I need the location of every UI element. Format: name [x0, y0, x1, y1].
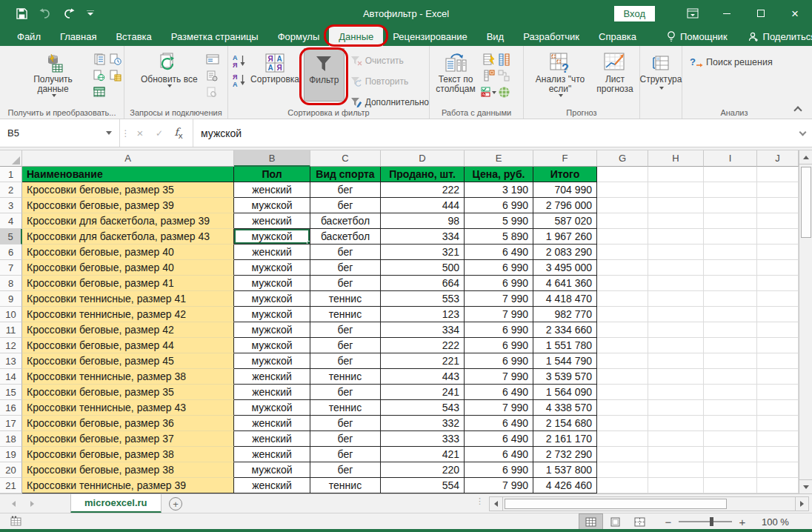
- minimize-button[interactable]: [710, 0, 744, 27]
- cell[interactable]: 333: [381, 431, 465, 447]
- tab-assistant[interactable]: Помощник: [658, 27, 736, 46]
- cell[interactable]: бег: [310, 462, 381, 478]
- cell[interactable]: [597, 260, 648, 276]
- cell[interactable]: [757, 307, 799, 322]
- cell[interactable]: [597, 338, 648, 353]
- cell[interactable]: [597, 353, 648, 369]
- text-to-columns-button[interactable]: Текст по столбцам: [433, 48, 479, 102]
- undo-icon[interactable]: [39, 8, 51, 19]
- header-cell[interactable]: Цена, руб.: [465, 167, 533, 182]
- cell[interactable]: теннис: [310, 369, 381, 385]
- cell[interactable]: [704, 353, 757, 369]
- cell[interactable]: [757, 276, 799, 291]
- column-insert-icon[interactable]: [483, 70, 495, 82]
- cell[interactable]: [757, 462, 799, 478]
- cell[interactable]: [704, 431, 757, 447]
- cell[interactable]: Кроссовки беговые, размер 39: [22, 198, 234, 213]
- cell[interactable]: [648, 229, 704, 245]
- cell[interactable]: 554: [381, 478, 465, 493]
- close-button[interactable]: ×: [778, 0, 812, 27]
- data-model-icon[interactable]: [498, 86, 510, 99]
- cell[interactable]: 2 796 000: [533, 198, 597, 213]
- normal-view-button[interactable]: [579, 513, 603, 530]
- cell[interactable]: [648, 400, 704, 416]
- cell[interactable]: [597, 182, 648, 198]
- refresh-all-button[interactable]: Обновить все: [141, 48, 198, 102]
- row-header[interactable]: 9: [0, 291, 22, 307]
- cell[interactable]: [757, 291, 799, 307]
- column-header-E[interactable]: E: [465, 150, 533, 167]
- cell[interactable]: Кроссовки беговые, размер 35: [22, 385, 234, 400]
- cell[interactable]: [597, 167, 648, 182]
- cell[interactable]: 3 539 570: [533, 369, 597, 385]
- cell[interactable]: [757, 478, 799, 493]
- cell[interactable]: [648, 353, 704, 369]
- cell[interactable]: Кроссовки беговые, размер 37: [22, 431, 234, 447]
- menu-tab[interactable]: Вид: [477, 27, 514, 46]
- menu-tab[interactable]: Вставка: [106, 27, 161, 46]
- row-header[interactable]: 19: [0, 447, 22, 462]
- cell[interactable]: [704, 462, 757, 478]
- header-cell[interactable]: Наименование: [22, 167, 234, 182]
- sheet-tab-active[interactable]: microexcel.ru: [70, 494, 162, 513]
- menu-tab[interactable]: Данные: [329, 27, 383, 46]
- page-break-view-button[interactable]: [628, 513, 652, 530]
- cell[interactable]: женский: [234, 213, 310, 229]
- cell[interactable]: [704, 260, 757, 276]
- cell[interactable]: [757, 431, 799, 447]
- cell[interactable]: [704, 291, 757, 307]
- prev-sheet-icon[interactable]: [12, 501, 16, 507]
- maximize-button[interactable]: [744, 0, 778, 27]
- cell[interactable]: [597, 291, 648, 307]
- column-header-I[interactable]: I: [704, 150, 757, 167]
- row-header[interactable]: 16: [0, 400, 22, 416]
- cell[interactable]: [757, 385, 799, 400]
- data-validation-icon[interactable]: [481, 86, 497, 98]
- row-header[interactable]: 3: [0, 198, 22, 213]
- cell[interactable]: женский: [234, 385, 310, 400]
- forecast-sheet-button[interactable]: Лист прогноза: [590, 48, 639, 102]
- cell[interactable]: [648, 167, 704, 182]
- cell[interactable]: 4 426 460: [533, 478, 597, 493]
- row-header[interactable]: 6: [0, 245, 22, 260]
- cell[interactable]: 4 418 470: [533, 291, 597, 307]
- cell[interactable]: [757, 338, 799, 353]
- cell[interactable]: Кроссовки беговые, размер 45: [22, 353, 234, 369]
- cell[interactable]: мужской: [234, 462, 310, 478]
- cell[interactable]: 553: [381, 291, 465, 307]
- cell[interactable]: женский: [234, 478, 310, 493]
- column-header-C[interactable]: C: [310, 150, 381, 167]
- cell[interactable]: [648, 338, 704, 353]
- cell[interactable]: [648, 369, 704, 385]
- cell[interactable]: [597, 369, 648, 385]
- cell[interactable]: [704, 213, 757, 229]
- cell[interactable]: 220: [381, 462, 465, 478]
- cell[interactable]: 2 334 660: [533, 322, 597, 338]
- consolidate-icon[interactable]: [498, 70, 510, 82]
- scroll-left-icon[interactable]: [490, 497, 503, 511]
- redo-icon[interactable]: [63, 8, 75, 19]
- cell[interactable]: [648, 245, 704, 260]
- cell[interactable]: [757, 198, 799, 213]
- cell[interactable]: теннис: [310, 307, 381, 322]
- cell[interactable]: Кроссовки для баскетбола, размер 43: [22, 229, 234, 245]
- cell[interactable]: 7 990: [465, 400, 533, 416]
- cell[interactable]: 1 564 090: [533, 385, 597, 400]
- cell[interactable]: [648, 416, 704, 431]
- cell[interactable]: [757, 229, 799, 245]
- cell[interactable]: [757, 416, 799, 431]
- header-cell[interactable]: Итого: [533, 167, 597, 182]
- cell[interactable]: [597, 229, 648, 245]
- cell[interactable]: женский: [234, 182, 310, 198]
- cell[interactable]: Кроссовки беговые, размер 44: [22, 338, 234, 353]
- reapply-filter-button[interactable]: Повторить: [350, 73, 429, 90]
- cell[interactable]: 6 990: [465, 462, 533, 478]
- cell[interactable]: 6 490: [465, 447, 533, 462]
- menu-tab[interactable]: Справка: [589, 27, 646, 46]
- row-header[interactable]: 8: [0, 276, 22, 291]
- cell[interactable]: бег: [310, 353, 381, 369]
- cell[interactable]: 222: [381, 182, 465, 198]
- scroll-right-icon[interactable]: [795, 497, 808, 511]
- cell[interactable]: [597, 307, 648, 322]
- header-cell[interactable]: Продано, шт.: [381, 167, 465, 182]
